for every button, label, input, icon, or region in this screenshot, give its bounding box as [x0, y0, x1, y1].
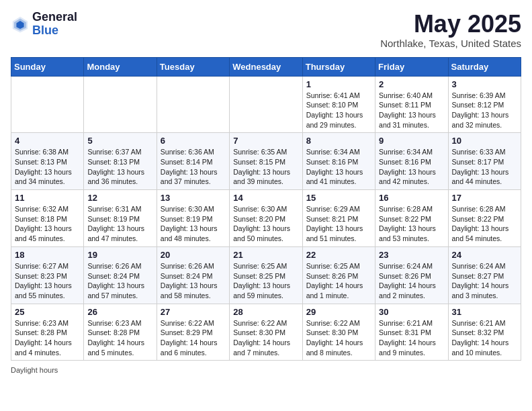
calendar-cell: 7Sunrise: 6:35 AM Sunset: 8:15 PM Daylig…	[230, 133, 302, 190]
day-info: Sunrise: 6:25 AM Sunset: 8:25 PM Dayligh…	[233, 261, 298, 301]
calendar-cell: 8Sunrise: 6:34 AM Sunset: 8:16 PM Daylig…	[302, 133, 375, 190]
header-cell-wednesday: Wednesday	[230, 57, 302, 76]
day-number: 15	[306, 193, 371, 203]
month-title: May 2025	[380, 11, 521, 38]
day-info: Sunrise: 6:22 AM Sunset: 8:30 PM Dayligh…	[306, 318, 371, 358]
calendar-cell: 11Sunrise: 6:32 AM Sunset: 8:18 PM Dayli…	[11, 190, 84, 247]
location: Northlake, Texas, United States	[380, 38, 521, 49]
week-row-5: 25Sunrise: 6:23 AM Sunset: 8:28 PM Dayli…	[11, 304, 521, 361]
day-number: 12	[87, 193, 152, 203]
header-cell-monday: Monday	[84, 57, 157, 76]
day-number: 24	[452, 250, 517, 260]
calendar-cell: 31Sunrise: 6:21 AM Sunset: 8:32 PM Dayli…	[448, 304, 521, 361]
footer-note: Daylight hours	[11, 366, 521, 374]
week-row-1: 1Sunrise: 6:41 AM Sunset: 8:10 PM Daylig…	[11, 76, 521, 133]
day-number: 18	[15, 250, 80, 260]
day-info: Sunrise: 6:23 AM Sunset: 8:28 PM Dayligh…	[15, 318, 80, 358]
logo-blue: Blue	[32, 24, 77, 38]
calendar-cell: 29Sunrise: 6:22 AM Sunset: 8:30 PM Dayli…	[302, 304, 375, 361]
calendar-cell: 5Sunrise: 6:37 AM Sunset: 8:13 PM Daylig…	[84, 133, 157, 190]
calendar-cell: 4Sunrise: 6:38 AM Sunset: 8:13 PM Daylig…	[11, 133, 84, 190]
header-cell-friday: Friday	[375, 57, 448, 76]
calendar-cell: 6Sunrise: 6:36 AM Sunset: 8:14 PM Daylig…	[157, 133, 229, 190]
daylight-hours-label: Daylight hours	[11, 366, 58, 374]
calendar-cell: 24Sunrise: 6:24 AM Sunset: 8:27 PM Dayli…	[448, 246, 521, 304]
calendar-cell: 17Sunrise: 6:28 AM Sunset: 8:22 PM Dayli…	[448, 190, 521, 247]
day-info: Sunrise: 6:41 AM Sunset: 8:10 PM Dayligh…	[306, 91, 371, 130]
week-row-2: 4Sunrise: 6:38 AM Sunset: 8:13 PM Daylig…	[11, 133, 521, 190]
calendar-cell: 23Sunrise: 6:24 AM Sunset: 8:26 PM Dayli…	[375, 246, 448, 304]
calendar-cell: 10Sunrise: 6:33 AM Sunset: 8:17 PM Dayli…	[448, 133, 521, 190]
day-number: 27	[161, 307, 226, 317]
calendar-cell: 3Sunrise: 6:39 AM Sunset: 8:12 PM Daylig…	[448, 76, 521, 133]
day-info: Sunrise: 6:26 AM Sunset: 8:24 PM Dayligh…	[161, 261, 226, 301]
calendar-cell: 19Sunrise: 6:26 AM Sunset: 8:24 PM Dayli…	[84, 246, 157, 304]
day-number: 4	[15, 136, 80, 146]
day-info: Sunrise: 6:30 AM Sunset: 8:20 PM Dayligh…	[233, 204, 298, 244]
calendar-cell	[11, 76, 84, 133]
day-info: Sunrise: 6:34 AM Sunset: 8:16 PM Dayligh…	[379, 147, 444, 187]
calendar-cell: 9Sunrise: 6:34 AM Sunset: 8:16 PM Daylig…	[375, 133, 448, 190]
header-cell-saturday: Saturday	[448, 57, 521, 76]
day-number: 23	[379, 250, 444, 260]
calendar-header: SundayMondayTuesdayWednesdayThursdayFrid…	[11, 57, 521, 76]
day-number: 28	[233, 307, 298, 317]
day-info: Sunrise: 6:27 AM Sunset: 8:23 PM Dayligh…	[15, 261, 80, 301]
day-info: Sunrise: 6:40 AM Sunset: 8:11 PM Dayligh…	[379, 91, 444, 130]
header-cell-sunday: Sunday	[11, 57, 84, 76]
calendar-cell: 2Sunrise: 6:40 AM Sunset: 8:11 PM Daylig…	[375, 76, 448, 133]
day-info: Sunrise: 6:22 AM Sunset: 8:30 PM Dayligh…	[233, 318, 298, 358]
header-cell-tuesday: Tuesday	[157, 57, 229, 76]
calendar-cell	[157, 76, 229, 133]
logo-text: General Blue	[32, 11, 77, 38]
day-number: 13	[161, 193, 226, 203]
week-row-4: 18Sunrise: 6:27 AM Sunset: 8:23 PM Dayli…	[11, 246, 521, 304]
day-info: Sunrise: 6:34 AM Sunset: 8:16 PM Dayligh…	[306, 147, 371, 187]
calendar-body: 1Sunrise: 6:41 AM Sunset: 8:10 PM Daylig…	[11, 76, 521, 361]
day-info: Sunrise: 6:30 AM Sunset: 8:19 PM Dayligh…	[161, 204, 226, 244]
day-number: 3	[452, 79, 517, 89]
logo: General Blue	[11, 11, 77, 38]
day-info: Sunrise: 6:25 AM Sunset: 8:26 PM Dayligh…	[306, 261, 371, 301]
day-info: Sunrise: 6:28 AM Sunset: 8:22 PM Dayligh…	[379, 204, 444, 244]
page-header: General Blue May 2025 Northlake, Texas, …	[11, 11, 521, 49]
day-number: 31	[452, 307, 517, 317]
day-number: 9	[379, 136, 444, 146]
logo-general: General	[32, 11, 77, 24]
day-info: Sunrise: 6:39 AM Sunset: 8:12 PM Dayligh…	[452, 91, 517, 130]
day-number: 2	[379, 79, 444, 89]
day-info: Sunrise: 6:32 AM Sunset: 8:18 PM Dayligh…	[15, 204, 80, 244]
calendar-cell: 21Sunrise: 6:25 AM Sunset: 8:25 PM Dayli…	[230, 246, 302, 304]
day-number: 14	[233, 193, 298, 203]
day-number: 20	[161, 250, 226, 260]
day-number: 22	[306, 250, 371, 260]
title-block: May 2025 Northlake, Texas, United States	[380, 11, 521, 49]
day-number: 5	[87, 136, 152, 146]
day-number: 11	[15, 193, 80, 203]
calendar-cell: 1Sunrise: 6:41 AM Sunset: 8:10 PM Daylig…	[302, 76, 375, 133]
header-row: SundayMondayTuesdayWednesdayThursdayFrid…	[11, 57, 521, 76]
day-info: Sunrise: 6:21 AM Sunset: 8:31 PM Dayligh…	[379, 318, 444, 358]
header-cell-thursday: Thursday	[302, 57, 375, 76]
day-number: 21	[233, 250, 298, 260]
day-number: 25	[15, 307, 80, 317]
day-info: Sunrise: 6:28 AM Sunset: 8:22 PM Dayligh…	[452, 204, 517, 244]
calendar-cell: 20Sunrise: 6:26 AM Sunset: 8:24 PM Dayli…	[157, 246, 229, 304]
day-number: 10	[452, 136, 517, 146]
day-number: 6	[161, 136, 226, 146]
calendar-cell: 14Sunrise: 6:30 AM Sunset: 8:20 PM Dayli…	[230, 190, 302, 247]
calendar-cell: 28Sunrise: 6:22 AM Sunset: 8:30 PM Dayli…	[230, 304, 302, 361]
day-number: 16	[379, 193, 444, 203]
day-info: Sunrise: 6:33 AM Sunset: 8:17 PM Dayligh…	[452, 147, 517, 187]
day-info: Sunrise: 6:38 AM Sunset: 8:13 PM Dayligh…	[15, 147, 80, 187]
calendar-cell: 15Sunrise: 6:29 AM Sunset: 8:21 PM Dayli…	[302, 190, 375, 247]
day-info: Sunrise: 6:37 AM Sunset: 8:13 PM Dayligh…	[87, 147, 152, 187]
logo-icon	[11, 15, 30, 34]
day-info: Sunrise: 6:23 AM Sunset: 8:28 PM Dayligh…	[87, 318, 152, 358]
day-info: Sunrise: 6:24 AM Sunset: 8:27 PM Dayligh…	[452, 261, 517, 301]
calendar-cell: 13Sunrise: 6:30 AM Sunset: 8:19 PM Dayli…	[157, 190, 229, 247]
day-info: Sunrise: 6:24 AM Sunset: 8:26 PM Dayligh…	[379, 261, 444, 301]
day-info: Sunrise: 6:26 AM Sunset: 8:24 PM Dayligh…	[87, 261, 152, 301]
day-info: Sunrise: 6:22 AM Sunset: 8:29 PM Dayligh…	[161, 318, 226, 358]
calendar-table: SundayMondayTuesdayWednesdayThursdayFrid…	[11, 57, 521, 361]
